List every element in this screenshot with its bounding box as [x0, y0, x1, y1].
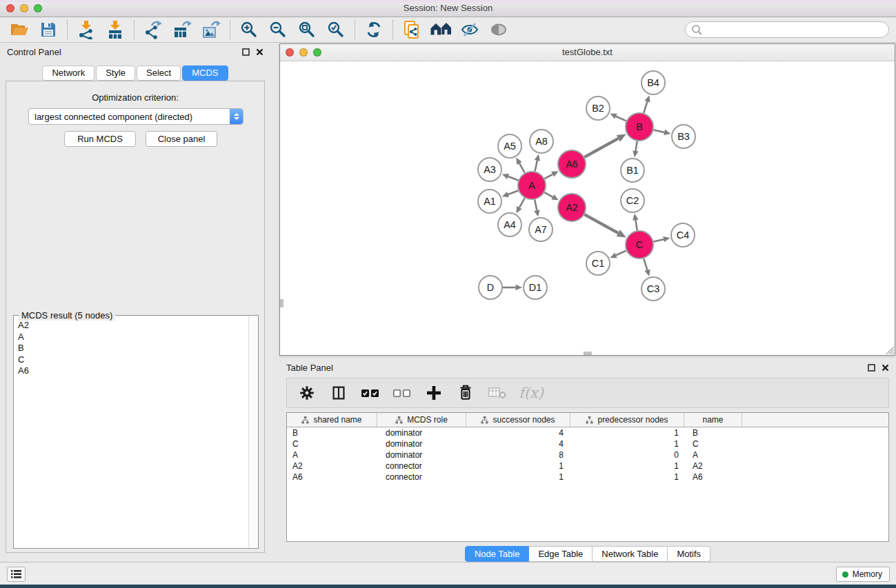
cell-shared-name[interactable]: A2 — [287, 460, 377, 472]
maximize-network-icon[interactable] — [313, 48, 321, 57]
table-row[interactable]: B dominator 4 1 B — [287, 427, 888, 438]
tab-node-table[interactable]: Node Table — [465, 546, 530, 562]
cell-shared-name[interactable]: B — [287, 427, 377, 438]
delete-icon[interactable] — [454, 381, 477, 405]
close-panel-icon[interactable] — [256, 48, 263, 56]
cell-name[interactable]: B — [684, 427, 742, 438]
cell-predecessor-nodes[interactable]: 1 — [570, 427, 684, 438]
tab-select[interactable]: Select — [137, 65, 181, 81]
cell-shared-name[interactable]: A — [287, 449, 377, 460]
settings-gear-icon[interactable] — [295, 381, 319, 405]
float-panel-icon[interactable] — [242, 48, 250, 56]
cell-name[interactable]: A — [684, 449, 742, 460]
cell-successor-nodes[interactable]: 4 — [466, 427, 570, 438]
cell-predecessor-nodes[interactable]: 1 — [570, 472, 684, 483]
zoom-selected-icon[interactable] — [323, 19, 348, 40]
task-history-button[interactable] — [7, 567, 26, 582]
cell-successor-nodes[interactable]: 8 — [466, 449, 570, 460]
network-window-controls[interactable] — [286, 48, 321, 57]
graph-edge[interactable] — [635, 141, 637, 151]
graph-edge[interactable] — [535, 200, 537, 210]
cell-mcds-role[interactable]: dominator — [377, 449, 466, 460]
graph-edge[interactable] — [519, 198, 525, 207]
cell-name[interactable]: A6 — [684, 472, 742, 483]
column-header-predecessor-nodes[interactable]: predecessor nodes — [570, 413, 684, 427]
cell-name[interactable]: A2 — [684, 460, 742, 472]
graph-edge[interactable] — [616, 251, 626, 256]
graph-edge[interactable] — [519, 163, 525, 173]
search-box[interactable] — [685, 21, 889, 38]
optimization-criterion-select[interactable]: largest connected component (directed) — [28, 108, 243, 125]
graph-edge[interactable] — [508, 176, 519, 181]
tab-network-table[interactable]: Network Table — [593, 546, 668, 562]
clone-network-icon[interactable] — [399, 19, 424, 40]
cell-mcds-role[interactable]: dominator — [377, 427, 466, 438]
deselect-all-icon[interactable] — [390, 381, 414, 405]
add-column-icon[interactable] — [422, 381, 446, 405]
cell-name[interactable]: C — [684, 438, 742, 449]
resize-grip[interactable] — [884, 345, 894, 354]
graph-edge[interactable] — [584, 214, 618, 233]
column-view-icon[interactable] — [327, 381, 350, 405]
table-row[interactable]: A dominator 8 0 A — [287, 449, 888, 460]
tab-network[interactable]: Network — [42, 65, 94, 81]
zoom-fit-icon[interactable] — [295, 19, 319, 40]
graph-edge[interactable] — [654, 130, 665, 132]
graph-edge[interactable] — [653, 239, 664, 241]
zoom-out-icon[interactable] — [266, 19, 290, 40]
cell-successor-nodes[interactable]: 4 — [466, 438, 570, 449]
table-row[interactable]: C dominator 4 1 C — [287, 438, 888, 449]
mcds-result-list[interactable]: A2 A B C A6 — [14, 318, 248, 547]
delete-table-icon[interactable] — [486, 381, 509, 405]
float-table-panel-icon[interactable] — [868, 364, 875, 372]
import-network-icon[interactable] — [74, 19, 99, 40]
result-item[interactable]: C — [18, 354, 244, 366]
result-item[interactable]: A — [18, 332, 244, 343]
cell-successor-nodes[interactable]: 1 — [466, 472, 570, 483]
cell-shared-name[interactable]: C — [287, 438, 377, 449]
table-row[interactable]: A6 connector 1 1 A6 — [287, 472, 888, 483]
window-controls[interactable] — [6, 4, 42, 12]
import-table-icon[interactable] — [103, 19, 128, 40]
graph-edge[interactable] — [644, 101, 647, 113]
result-scrollbar[interactable] — [248, 316, 257, 547]
network-canvas[interactable]: B4B2BB3A8A5A6A3B1AA1C2A2A4A7C4CC1C3DD1 — [280, 61, 895, 355]
minimize-window-icon[interactable] — [20, 4, 28, 12]
function-builder-icon[interactable]: f(x) — [519, 385, 544, 401]
save-session-icon[interactable] — [36, 19, 61, 40]
graph-edge[interactable] — [544, 192, 552, 197]
close-window-icon[interactable] — [6, 4, 14, 12]
graph-edge[interactable] — [644, 258, 647, 270]
column-header-shared-name[interactable]: shared name — [287, 413, 377, 427]
tab-motifs[interactable]: Motifs — [668, 546, 710, 562]
memory-button[interactable]: Memory — [836, 567, 890, 582]
result-item[interactable]: A2 — [18, 320, 244, 332]
cell-successor-nodes[interactable]: 1 — [466, 460, 570, 472]
result-item[interactable]: A6 — [18, 365, 244, 377]
export-network-icon[interactable] — [141, 19, 166, 40]
horizontal-scroll-indicator[interactable] — [584, 352, 592, 355]
close-table-panel-icon[interactable] — [882, 364, 889, 372]
run-mcds-button[interactable]: Run MCDS — [64, 131, 136, 147]
graph-edge[interactable] — [545, 174, 553, 179]
home-icon[interactable] — [428, 19, 453, 40]
cell-shared-name[interactable]: A6 — [287, 472, 377, 483]
minimize-network-icon[interactable] — [299, 48, 308, 57]
result-item[interactable]: B — [18, 343, 244, 354]
cell-mcds-role[interactable]: connector — [377, 472, 466, 483]
tab-style[interactable]: Style — [96, 65, 135, 81]
export-table-icon[interactable] — [170, 19, 195, 40]
cell-predecessor-nodes[interactable]: 0 — [570, 449, 684, 460]
graph-edge[interactable] — [535, 161, 537, 172]
network-window-title-bar[interactable]: testGlobe.txt — [280, 44, 895, 61]
hide-eye-icon[interactable] — [457, 19, 482, 40]
vertical-scroll-indicator[interactable] — [280, 299, 283, 307]
tab-mcds[interactable]: MCDS — [182, 65, 228, 81]
tab-edge-table[interactable]: Edge Table — [529, 546, 593, 562]
graph-edge[interactable] — [584, 139, 618, 157]
open-file-icon[interactable] — [7, 19, 32, 40]
close-panel-button[interactable]: Close panel — [146, 131, 217, 147]
column-header-mcds-role[interactable]: MCDS role — [377, 413, 466, 427]
refresh-layout-icon[interactable] — [361, 19, 386, 40]
export-image-icon[interactable] — [199, 19, 223, 40]
